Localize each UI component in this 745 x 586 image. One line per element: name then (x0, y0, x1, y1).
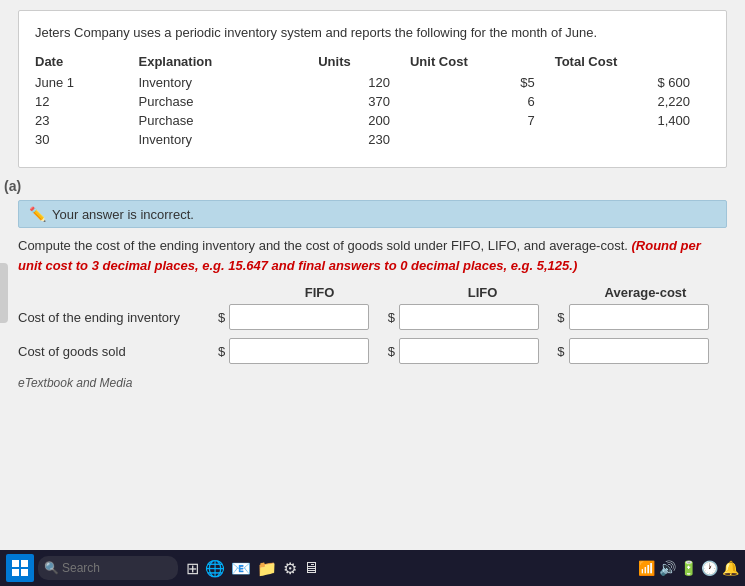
start-button[interactable] (6, 554, 34, 582)
windows-icon (11, 559, 29, 577)
cell-unit-cost: 6 (410, 92, 555, 111)
svg-rect-0 (12, 560, 19, 567)
svg-rect-3 (21, 569, 28, 576)
wifi-icon[interactable]: 📶 (638, 560, 655, 576)
cell-total-cost: $ 600 (555, 73, 710, 92)
fifo-header: FIFO (238, 285, 401, 300)
avg-sold-group: $ (557, 338, 727, 364)
taskview-icon[interactable]: ⊞ (186, 559, 199, 578)
col-header-units: Units (318, 52, 410, 73)
col-header-unit-cost: Unit Cost (410, 52, 555, 73)
cell-total-cost: 2,220 (555, 92, 710, 111)
lifo-header: LIFO (401, 285, 564, 300)
goods-sold-row: Cost of goods sold $ $ $ (18, 338, 727, 364)
incorrect-banner: ✏️ Your answer is incorrect. (18, 200, 727, 228)
etextbook-text: eTextbook and Media (18, 376, 132, 390)
lifo-ending-dollar: $ (388, 310, 395, 325)
svg-rect-1 (21, 560, 28, 567)
fifo-ending-group: $ (218, 304, 388, 330)
cell-explanation: Inventory (139, 130, 319, 149)
search-wrapper: 🔍 (38, 556, 178, 580)
goods-sold-label: Cost of goods sold (18, 344, 218, 359)
col-header-explanation: Explanation (139, 52, 319, 73)
cell-units: 200 (318, 111, 410, 130)
search-icon: 🔍 (44, 561, 59, 575)
fifo-ending-dollar: $ (218, 310, 225, 325)
cell-unit-cost (410, 130, 555, 149)
notification-icon[interactable]: 🔔 (722, 560, 739, 576)
col-header-date: Date (35, 52, 139, 73)
battery-icon[interactable]: 🔋 (680, 560, 697, 576)
etextbook-row: eTextbook and Media (18, 376, 727, 390)
avg-ending-input[interactable] (569, 304, 709, 330)
lifo-ending-input[interactable] (399, 304, 539, 330)
cell-units: 120 (318, 73, 410, 92)
avg-sold-input[interactable] (569, 338, 709, 364)
cell-unit-cost: 7 (410, 111, 555, 130)
incorrect-text: Your answer is incorrect. (52, 207, 194, 222)
lifo-sold-dollar: $ (388, 344, 395, 359)
taskbar: 🔍 ⊞ 🌐 📧 📁 ⚙ 🖥 📶 🔊 🔋 🕐 🔔 (0, 550, 745, 586)
cost-table-area: FIFO LIFO Average-cost Cost of the endin… (18, 285, 727, 364)
instruction-main: Compute the cost of the ending inventory… (18, 238, 632, 253)
inventory-table: Date Explanation Units Unit Cost Total C… (35, 52, 710, 149)
cell-date: 30 (35, 130, 139, 149)
pencil-icon: ✏️ (29, 206, 46, 222)
cell-date: 12 (35, 92, 139, 111)
avg-cost-header: Average-cost (564, 285, 727, 300)
mail-icon[interactable]: 📧 (231, 559, 251, 578)
instruction-text: Compute the cost of the ending inventory… (18, 236, 727, 275)
taskbar-right: 📶 🔊 🔋 🕐 🔔 (638, 560, 739, 576)
intro-paragraph: Jeters Company uses a periodic inventory… (35, 25, 710, 40)
table-row: June 1 Inventory 120 $5 $ 600 (35, 73, 710, 92)
cell-date: June 1 (35, 73, 139, 92)
table-row: 30 Inventory 230 (35, 130, 710, 149)
fifo-sold-group: $ (218, 338, 388, 364)
lifo-ending-group: $ (388, 304, 558, 330)
cell-total-cost: 1,400 (555, 111, 710, 130)
svg-rect-2 (12, 569, 19, 576)
lifo-sold-group: $ (388, 338, 558, 364)
table-row: 23 Purchase 200 7 1,400 (35, 111, 710, 130)
avg-ending-group: $ (557, 304, 727, 330)
cell-total-cost (555, 130, 710, 149)
avg-ending-dollar: $ (557, 310, 564, 325)
app2-icon[interactable]: ⚙ (283, 559, 297, 578)
volume-icon[interactable]: 🔊 (659, 560, 676, 576)
cell-explanation: Purchase (139, 111, 319, 130)
method-headers: FIFO LIFO Average-cost (238, 285, 727, 300)
section-a-label: (a) (0, 178, 745, 194)
cell-explanation: Inventory (139, 73, 319, 92)
clock-icon: 🕐 (701, 560, 718, 576)
ending-inventory-label: Cost of the ending inventory (18, 310, 218, 325)
app3-icon[interactable]: 🖥 (303, 559, 319, 577)
col-header-total-cost: Total Cost (555, 52, 710, 73)
cell-units: 230 (318, 130, 410, 149)
left-edge-indicator (0, 263, 8, 323)
cell-units: 370 (318, 92, 410, 111)
main-content-box: Jeters Company uses a periodic inventory… (18, 10, 727, 168)
taskbar-search-input[interactable] (38, 556, 178, 580)
fifo-sold-input[interactable] (229, 338, 369, 364)
table-row: 12 Purchase 370 6 2,220 (35, 92, 710, 111)
fifo-sold-dollar: $ (218, 344, 225, 359)
browser-icon[interactable]: 🌐 (205, 559, 225, 578)
app1-icon[interactable]: 📁 (257, 559, 277, 578)
taskbar-icons: ⊞ 🌐 📧 📁 ⚙ 🖥 (186, 559, 319, 578)
lifo-sold-input[interactable] (399, 338, 539, 364)
ending-inventory-row: Cost of the ending inventory $ $ $ (18, 304, 727, 330)
cell-date: 23 (35, 111, 139, 130)
cell-explanation: Purchase (139, 92, 319, 111)
fifo-ending-input[interactable] (229, 304, 369, 330)
cell-unit-cost: $5 (410, 73, 555, 92)
avg-sold-dollar: $ (557, 344, 564, 359)
